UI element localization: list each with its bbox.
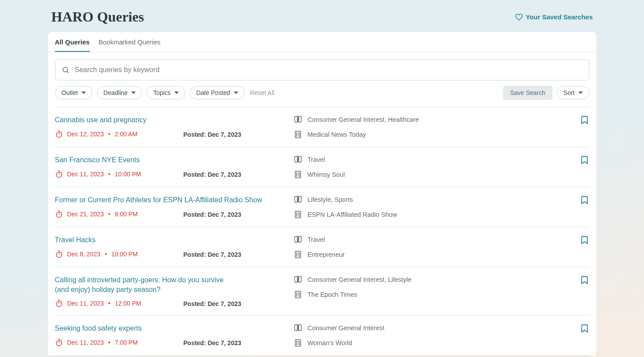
query-list: Cannabis use and pregnancy Dec 12, 2023 …	[55, 107, 589, 356]
svg-rect-43	[295, 211, 301, 218]
topics-text: Consumer General Interest, Lifestyle	[308, 276, 412, 283]
posted-date: Posted: Dec 7, 2023	[184, 251, 294, 258]
separator-dot: •	[108, 300, 110, 307]
svg-line-1	[67, 71, 68, 73]
svg-point-32	[296, 173, 297, 173]
sort-label: Sort	[563, 89, 575, 96]
building-icon	[294, 290, 302, 299]
svg-point-53	[298, 214, 299, 215]
bookmark-icon[interactable]	[580, 115, 589, 125]
bookmark-icon[interactable]	[580, 155, 589, 165]
filter-date-posted[interactable]: Date Posted	[190, 86, 245, 99]
svg-line-59	[61, 251, 62, 252]
query-title-link[interactable]: Seeking food safety experts	[55, 324, 294, 333]
svg-rect-97	[295, 340, 301, 346]
search-input[interactable]	[75, 66, 583, 74]
outlet-text: Entrepreneur	[308, 251, 345, 258]
building-icon	[294, 130, 302, 139]
svg-rect-25	[295, 171, 301, 178]
outlet-line: ESPN LA-Affiliated Radio Show	[294, 210, 397, 219]
stopwatch-icon	[55, 210, 63, 218]
tab-bookmarked-queries[interactable]: Bookmarked Queries	[99, 32, 161, 52]
deadline-time: 10:00 PM	[115, 171, 141, 178]
posted-date: Posted: Dec 7, 2023	[184, 131, 294, 138]
outlet-text: The Epoch Times	[308, 291, 357, 298]
svg-line-5	[61, 131, 62, 132]
query-title-link[interactable]: Travel Hacks	[55, 235, 294, 245]
saved-searches-link[interactable]: Your Saved Searches	[515, 13, 592, 21]
svg-point-91	[298, 296, 299, 296]
query-title-link[interactable]: Cannabis use and pregnancy	[55, 115, 294, 125]
svg-point-54	[296, 216, 297, 216]
saved-searches-label: Your Saved Searches	[526, 13, 592, 21]
bookmark-icon[interactable]	[580, 275, 589, 285]
deadline: Dec 8, 2023 • 10:00 PM	[55, 250, 184, 258]
svg-point-107	[298, 343, 299, 343]
query-row: Seeking food safety experts Dec 11, 2023…	[55, 316, 589, 356]
reset-all-link[interactable]: Reset All	[250, 89, 274, 96]
tab-all-queries[interactable]: All Queries	[55, 32, 90, 52]
deadline: Dec 12, 2023 • 2:00 AM	[55, 130, 184, 138]
bookmark-icon[interactable]	[580, 195, 589, 205]
book-icon	[294, 115, 302, 124]
deadline: Dec 11, 2023 • 10:00 PM	[55, 170, 184, 178]
topics-line: Travel	[294, 155, 345, 164]
query-row: Travel Hacks Dec 8, 2023 • 10:00 PM Post…	[55, 227, 589, 267]
filter-deadline-label: Deadline	[103, 89, 128, 96]
deadline: Dec 11, 2023 • 7:00 PM	[55, 339, 184, 346]
outlet-text: Woman's World	[308, 339, 352, 346]
svg-point-55	[298, 216, 299, 216]
main-card: All Queries Bookmarked Queries Outlet De…	[48, 32, 596, 356]
bookmark-icon[interactable]	[580, 324, 589, 333]
svg-point-36	[296, 176, 297, 176]
svg-rect-61	[295, 251, 301, 258]
deadline-date: Dec 8, 2023	[67, 251, 101, 258]
svg-point-88	[296, 294, 297, 295]
svg-point-109	[298, 344, 299, 345]
svg-point-68	[296, 253, 297, 253]
svg-line-95	[61, 340, 62, 341]
svg-point-72	[296, 256, 297, 256]
svg-point-104	[296, 341, 297, 342]
posted-date: Posted: Dec 7, 2023	[184, 211, 294, 218]
deadline-time: 8:00 PM	[115, 211, 138, 218]
search-wrapper[interactable]	[55, 59, 589, 80]
svg-point-69	[298, 253, 299, 253]
save-search-button[interactable]: Save Search	[503, 86, 552, 100]
query-row: Cannabis use and pregnancy Dec 12, 2023 …	[55, 107, 589, 147]
bookmark-icon[interactable]	[580, 235, 589, 245]
outlet-line: Entrepreneur	[294, 250, 345, 259]
filter-topics[interactable]: Topics	[147, 86, 185, 99]
sort-button[interactable]: Sort	[557, 86, 589, 99]
query-title-link[interactable]: Former or Current Pro Athletes for ESPN …	[55, 195, 294, 205]
deadline-time: 12:00 PM	[115, 300, 141, 307]
filter-deadline[interactable]: Deadline	[97, 86, 142, 99]
svg-point-35	[298, 174, 299, 175]
svg-point-15	[298, 133, 299, 133]
outlet-text: Medical News Today	[308, 131, 366, 138]
book-icon	[294, 235, 302, 244]
svg-point-51	[298, 213, 299, 213]
svg-line-41	[61, 211, 62, 212]
topics-line: Consumer General Interest	[294, 324, 385, 332]
svg-point-73	[298, 256, 299, 256]
query-row: Former or Current Pro Athletes for ESPN …	[55, 187, 589, 227]
svg-rect-79	[295, 291, 301, 298]
svg-point-33	[298, 173, 299, 173]
caret-down-icon	[234, 91, 238, 94]
topics-line: Consumer General Interest, Lifestyle	[294, 275, 412, 284]
svg-point-34	[296, 174, 297, 175]
query-title-link[interactable]: Calling all introverted party-goers: How…	[55, 275, 238, 294]
svg-line-23	[61, 171, 62, 172]
svg-point-19	[298, 136, 299, 136]
filter-outlet[interactable]: Outlet	[55, 86, 92, 99]
topics-line: Travel	[294, 235, 345, 244]
stopwatch-icon	[55, 130, 63, 138]
posted-date: Posted: Dec 7, 2023	[184, 339, 294, 346]
outlet-line: Medical News Today	[294, 130, 419, 139]
deadline-date: Dec 21, 2023	[67, 211, 104, 218]
query-title-link[interactable]: San Francisco NYE Events	[55, 155, 294, 165]
filter-date-posted-label: Date Posted	[196, 89, 230, 96]
svg-point-70	[296, 254, 297, 255]
topics-text: Travel	[308, 156, 325, 163]
